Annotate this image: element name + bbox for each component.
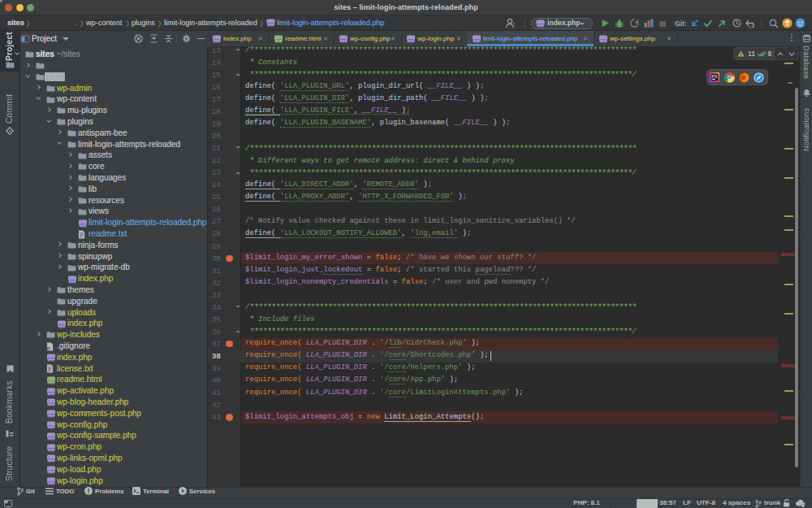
svg-text:PS: PS <box>712 74 718 79</box>
